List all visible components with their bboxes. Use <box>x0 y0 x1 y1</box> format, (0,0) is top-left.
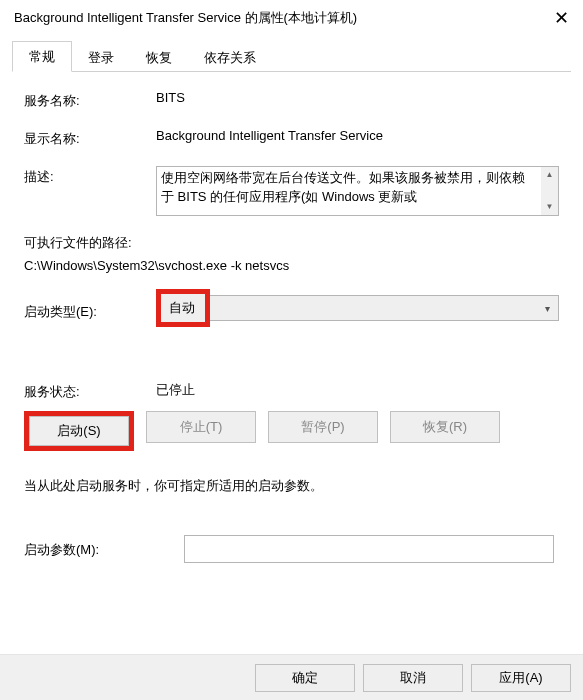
exe-path-value: C:\Windows\System32\svchost.exe -k netsv… <box>24 258 559 273</box>
window-title: Background Intelligent Transfer Service … <box>14 9 357 27</box>
service-name-label: 服务名称: <box>24 90 156 110</box>
start-hint-text: 当从此处启动服务时，你可指定所适用的启动参数。 <box>24 477 559 495</box>
start-button[interactable]: 启动(S) <box>29 416 129 446</box>
tab-strip: 常规 登录 恢复 依存关系 <box>12 42 571 72</box>
tab-content: 服务名称: BITS 显示名称: Background Intelligent … <box>0 72 583 563</box>
titlebar: Background Intelligent Transfer Service … <box>0 0 583 34</box>
tab-recovery[interactable]: 恢复 <box>130 43 188 72</box>
exe-path-label: 可执行文件的路径: <box>24 234 559 252</box>
start-params-label: 启动参数(M): <box>24 539 184 559</box>
startup-type-label: 启动类型(E): <box>24 301 156 321</box>
dialog-footer: 确定 取消 应用(A) <box>0 654 583 700</box>
service-name-value: BITS <box>156 90 559 105</box>
resume-button: 恢复(R) <box>390 411 500 443</box>
start-params-input[interactable] <box>184 535 554 563</box>
startup-type-value: 自动 <box>169 299 195 317</box>
display-name-label: 显示名称: <box>24 128 156 148</box>
description-textarea[interactable]: 使用空闲网络带宽在后台传送文件。如果该服务被禁用，则依赖于 BITS 的任何应用… <box>156 166 559 216</box>
display-name-value: Background Intelligent Transfer Service <box>156 128 559 143</box>
stop-button: 停止(T) <box>146 411 256 443</box>
service-status-value: 已停止 <box>156 381 559 399</box>
chevron-down-icon: ▾ <box>545 303 550 314</box>
scroll-down-icon[interactable]: ▼ <box>546 199 554 215</box>
tab-general[interactable]: 常规 <box>12 41 72 72</box>
tab-logon[interactable]: 登录 <box>72 43 130 72</box>
cancel-button[interactable]: 取消 <box>363 664 463 692</box>
ok-button[interactable]: 确定 <box>255 664 355 692</box>
start-button-highlight: 启动(S) <box>24 411 134 451</box>
service-status-label: 服务状态: <box>24 381 156 401</box>
startup-type-highlight: 自动 <box>156 289 210 327</box>
scrollbar[interactable]: ▲ ▼ <box>541 167 558 215</box>
description-label: 描述: <box>24 166 156 186</box>
scroll-up-icon[interactable]: ▲ <box>546 167 554 183</box>
description-text: 使用空闲网络带宽在后台传送文件。如果该服务被禁用，则依赖于 BITS 的任何应用… <box>161 169 554 207</box>
startup-type-combo[interactable]: 自动 ▾ <box>156 295 559 327</box>
tab-dependencies[interactable]: 依存关系 <box>188 43 272 72</box>
close-icon[interactable]: ✕ <box>529 7 569 29</box>
apply-button[interactable]: 应用(A) <box>471 664 571 692</box>
pause-button: 暂停(P) <box>268 411 378 443</box>
